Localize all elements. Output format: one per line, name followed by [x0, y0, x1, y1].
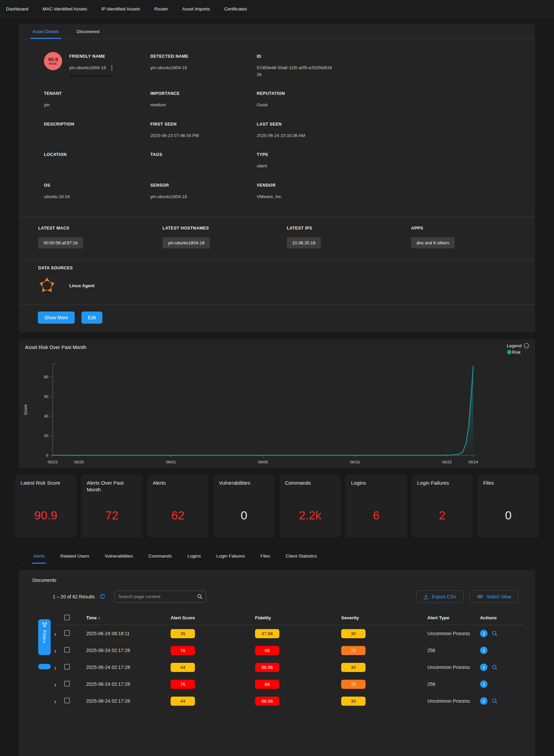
- table-row: › 2025-06-24 02:17:26 44 96.06 30 Uncomm…: [54, 693, 525, 709]
- fidelity-badge: 96.06: [255, 663, 279, 672]
- search-action-icon[interactable]: [492, 630, 498, 637]
- risk-score-value: 90.9: [48, 57, 58, 62]
- row-time: 2025-06-24 02:17:26: [86, 698, 171, 704]
- kebab-menu-icon[interactable]: [110, 64, 113, 71]
- linux-agent-pinwheel-icon: [38, 276, 56, 295]
- search-action-icon[interactable]: [492, 664, 498, 670]
- tab-alerts[interactable]: Alerts: [32, 550, 46, 564]
- tab-commands[interactable]: Commands: [148, 550, 173, 564]
- tab-related-users[interactable]: Related Users: [60, 550, 90, 564]
- stat-card-logins: Logins 6: [346, 475, 407, 537]
- search-action-icon[interactable]: [492, 698, 498, 704]
- alert-type: Uncommon Process: [427, 665, 478, 670]
- row-checkbox[interactable]: [64, 630, 70, 636]
- search-icon: [197, 594, 203, 599]
- tab-logins[interactable]: Logins: [187, 550, 202, 564]
- info-icon[interactable]: i: [480, 664, 487, 671]
- svg-text:40: 40: [44, 414, 48, 418]
- nav-item-asset-imports[interactable]: Asset Imports: [182, 6, 210, 11]
- alert-type: 256: [427, 648, 478, 653]
- filters-button[interactable]: Filters: [38, 619, 51, 655]
- svg-text:06/01: 06/01: [166, 460, 176, 464]
- nav-item-ip-identified-assets[interactable]: IP Identified Assets: [101, 6, 140, 11]
- export-csv-button[interactable]: Export CSV: [416, 590, 463, 603]
- row-time: 2025-06-24 02:17:28: [86, 665, 171, 670]
- tab-client-statistics[interactable]: Client Statistics: [285, 550, 318, 564]
- nav-item-dashboard[interactable]: Dashboard: [6, 6, 28, 11]
- col-header-alert-type[interactable]: Alert Type: [427, 615, 480, 620]
- field-location: LOCATION: [44, 152, 150, 169]
- search-input[interactable]: [114, 591, 206, 603]
- nav-item-mac-identified-assets[interactable]: MAC Identified Assets: [43, 6, 87, 11]
- field-last-seen: LAST SEEN 2025-06-24 10:33:36 AM: [257, 122, 522, 139]
- alert-score-badge: 35: [171, 629, 195, 638]
- field-reputation: REPUTATION Good: [257, 91, 522, 108]
- tab-vulnerabilities[interactable]: Vulnerabilities: [104, 550, 134, 564]
- nav-item-router[interactable]: Router: [154, 6, 168, 11]
- expand-row-icon[interactable]: ›: [54, 647, 64, 654]
- risk-score-label: RISK: [49, 62, 57, 65]
- info-icon[interactable]: i: [480, 680, 487, 688]
- tab-files[interactable]: Files: [260, 550, 271, 564]
- table-row: › 2025-06-24 02:17:28 76 88 72 256 i: [54, 642, 525, 659]
- table-header-row: Time↓ Alert Score Fidelity Severity Aler…: [54, 611, 525, 625]
- row-checkbox[interactable]: [64, 681, 70, 686]
- asset-actions: Show More Edit: [19, 305, 535, 332]
- refresh-icon[interactable]: [100, 594, 105, 599]
- data-source-name: Linux Agent: [69, 283, 95, 288]
- field-friendly-name: FRIENDLY NAME yin-ubuntu1804-18: [69, 54, 150, 78]
- fidelity-badge: 47.86: [255, 629, 279, 638]
- filters-secondary-button[interactable]: [38, 664, 51, 669]
- latest-values-row: LATEST MACS 00:50:56:af:87:1b LATEST HOS…: [19, 217, 535, 260]
- expand-row-icon[interactable]: ›: [54, 630, 64, 637]
- col-header-fidelity[interactable]: Fidelity: [255, 615, 341, 620]
- info-icon[interactable]: i: [480, 630, 487, 637]
- friendly-name-scrollbar[interactable]: [69, 75, 114, 77]
- table-row: › 2025-06-24 02:17:28 44 96.06 30 Uncomm…: [54, 659, 525, 676]
- sort-desc-icon: ↓: [98, 615, 100, 620]
- expand-row-icon[interactable]: ›: [54, 698, 64, 705]
- svg-text:06/08: 06/08: [258, 460, 268, 464]
- field-sensor: SENSOR yin-ubuntu1804-18: [150, 183, 257, 200]
- legend-title: Legend: [507, 343, 522, 348]
- field-description: DESCRIPTION: [44, 122, 150, 139]
- asset-details-panel: Asset Details Discovered 90.9 RISK FRIEN…: [19, 24, 535, 332]
- row-checkbox[interactable]: [64, 664, 70, 670]
- tab-login-failures[interactable]: Login Failures: [216, 550, 246, 564]
- col-header-time[interactable]: Time↓: [86, 615, 171, 620]
- select-view-button[interactable]: Select View: [470, 590, 518, 603]
- col-header-severity[interactable]: Severity: [341, 615, 427, 620]
- info-icon[interactable]: i: [480, 647, 487, 654]
- row-time: 2025-06-24 02:17:28: [86, 648, 171, 653]
- tab-asset-details[interactable]: Asset Details: [30, 24, 61, 39]
- show-more-button[interactable]: Show More: [38, 312, 75, 324]
- field-detected-name: DETECTED NAME yin-ubuntu1804-18: [150, 54, 257, 78]
- nav-item-certificates[interactable]: Certificates: [224, 6, 247, 11]
- stat-cards-row: Latest Risk Score 90.9 Alerts Over Past …: [15, 475, 539, 537]
- asset-fields: 90.9 RISK FRIENDLY NAME yin-ubuntu1804-1…: [19, 39, 535, 217]
- row-checkbox[interactable]: [64, 647, 70, 653]
- svg-text:06/22: 06/22: [442, 460, 452, 464]
- tab-discovered[interactable]: Discovered: [75, 24, 102, 39]
- stat-card-latest-risk-score: Latest Risk Score 90.9: [15, 475, 76, 537]
- legend-expand-icon[interactable]: →: [524, 343, 529, 348]
- select-all-checkbox[interactable]: [64, 615, 70, 620]
- svg-text:0: 0: [46, 453, 48, 457]
- row-checkbox[interactable]: [64, 698, 70, 703]
- expand-row-icon[interactable]: ›: [54, 681, 64, 688]
- expand-row-icon[interactable]: ›: [54, 664, 64, 671]
- svg-text:Score: Score: [23, 404, 28, 415]
- alert-type: Uncommon Process: [427, 698, 478, 704]
- stat-card-alerts: Alerts 62: [147, 475, 208, 537]
- risk-score-badge: 90.9 RISK: [44, 52, 62, 70]
- col-header-alert-score[interactable]: Alert Score: [171, 615, 255, 620]
- field-importance: IMPORTANCE medium: [150, 91, 257, 108]
- edit-button[interactable]: Edit: [81, 312, 102, 324]
- download-icon: [423, 594, 429, 599]
- alert-score-badge: 44: [171, 663, 195, 672]
- info-icon[interactable]: i: [480, 697, 487, 705]
- field-vendor: VENDOR VMware, Inc.: [257, 183, 522, 200]
- field-tags: TAGS: [150, 152, 257, 169]
- alert-score-badge: 44: [171, 697, 195, 706]
- alert-score-badge: 76: [171, 646, 195, 655]
